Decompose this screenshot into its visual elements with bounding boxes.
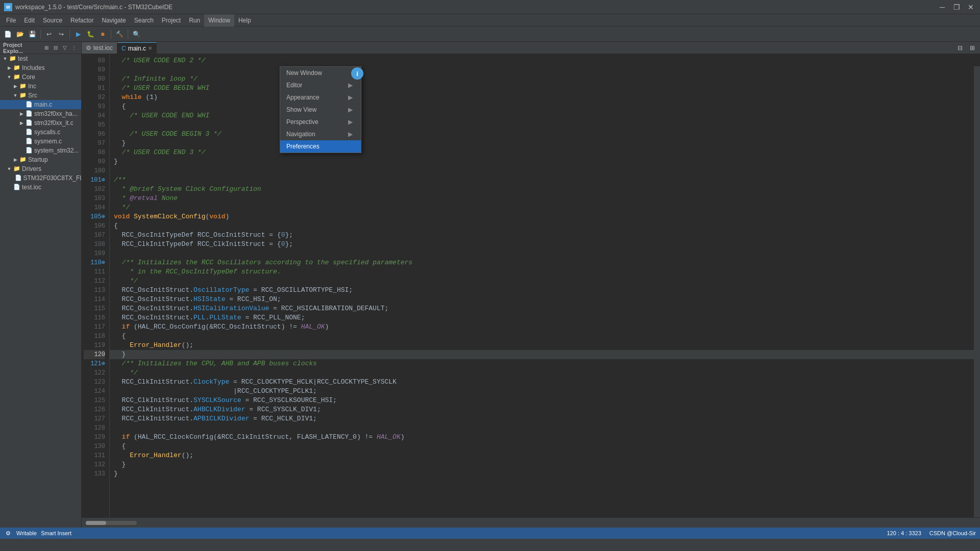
menu-preferences[interactable]: Preferences <box>280 140 361 153</box>
tab-main-c[interactable]: C main.c ✕ <box>117 42 157 54</box>
tree-arrow <box>18 129 24 135</box>
tree-item-label: Inc <box>28 83 36 90</box>
menu-navigate[interactable]: Navigate <box>97 14 130 27</box>
tree-item-test-ioc[interactable]: 📄 test.ioc <box>0 183 81 192</box>
sidebar-menu-icon[interactable]: ⋮ <box>70 44 78 52</box>
editor-area[interactable]: 88 89 90 91 92 93 94 95 96 97 98 99 100 … <box>82 54 980 517</box>
toolbar-sep-2 <box>69 30 70 39</box>
sidebar-filter-icon[interactable]: ▽ <box>61 44 69 52</box>
file-icon: 📄 <box>26 110 33 117</box>
tree-arrow <box>12 175 14 181</box>
tree-item-startup[interactable]: ▶ 📁 Startup <box>0 155 81 164</box>
toolbar-open[interactable]: 📂 <box>14 29 26 40</box>
tree-item-test[interactable]: ▼ 📁 test <box>0 54 81 63</box>
tree-item-includes[interactable]: ▶ 📁 Includes <box>0 63 81 72</box>
menu-file[interactable]: File <box>2 14 20 27</box>
tree-arrow <box>18 102 24 108</box>
tree-item-label: Drivers <box>22 165 41 172</box>
tree-item-src[interactable]: ▼ 📁 Src <box>0 91 81 100</box>
status-gear-icon: ⚙ <box>4 529 12 537</box>
dropdown-overlay[interactable]: i New Window Editor ▶ Appearance ▶ <box>82 54 980 517</box>
toolbar-debug[interactable]: 🐛 <box>85 29 96 40</box>
menu-perspective[interactable]: Perspective ▶ <box>280 116 361 128</box>
tree-item-label: system_stm32... <box>34 147 79 154</box>
tree-item-sysmem[interactable]: 📄 sysmem.c <box>0 137 81 146</box>
minimize-button[interactable]: ─ <box>937 2 947 12</box>
menu-show-view[interactable]: Show View ▶ <box>280 104 361 116</box>
submenu-arrow-icon: ▶ <box>348 82 353 89</box>
menu-run[interactable]: Run <box>185 14 204 27</box>
sidebar-icons: ⊞ ⊟ ▽ ⋮ <box>42 44 78 52</box>
submenu-arrow-icon: ▶ <box>348 118 353 126</box>
menu-project[interactable]: Project <box>158 14 185 27</box>
menu-search[interactable]: Search <box>130 14 158 27</box>
tree-item-label: test <box>18 55 28 62</box>
tab-close-button[interactable]: ✕ <box>148 45 152 51</box>
close-button[interactable]: ✕ <box>966 2 976 12</box>
folder-icon: 📁 <box>19 83 27 90</box>
tree-item-system-stm32[interactable]: 📄 system_stm32... <box>0 146 81 155</box>
menu-help[interactable]: Help <box>234 14 255 27</box>
folder-icon: 📁 <box>13 73 20 81</box>
toolbar-save[interactable]: 💾 <box>27 29 38 40</box>
sidebar: Project Explo... ⊞ ⊟ ▽ ⋮ ▼ 📁 test ▶ 📁 In… <box>0 42 82 528</box>
toolbar-redo[interactable]: ↪ <box>56 29 67 40</box>
file-icon: 📄 <box>26 119 33 127</box>
tab-test-ioc[interactable]: ⚙ test.ioc <box>82 42 117 54</box>
toolbar-new[interactable]: 📄 <box>2 29 13 40</box>
toolbar-stop[interactable]: ■ <box>97 29 108 40</box>
tree-item-syscalls[interactable]: 📄 syscalls.c <box>0 128 81 137</box>
folder-icon: 📁 <box>19 156 27 163</box>
bottom-scrollbar[interactable] <box>82 517 980 528</box>
menu-refactor[interactable]: Refactor <box>66 14 97 27</box>
app-icon: w <box>4 3 12 11</box>
tree-item-main-c[interactable]: 📄 main.c <box>0 100 81 109</box>
sidebar-link-icon[interactable]: ⊟ <box>52 44 60 52</box>
file-icon: 📄 <box>26 147 33 154</box>
tree-item-stm32-hal[interactable]: ▶ 📄 stm32f0xx_ha... <box>0 109 81 118</box>
tree-item-inc[interactable]: ▶ 📁 Inc <box>0 82 81 91</box>
tree-item-label: stm32f0xx_ha... <box>34 110 78 117</box>
toolbar-run[interactable]: ▶ <box>72 29 84 40</box>
tree-arrow: ▼ <box>2 56 8 62</box>
tree-item-drivers[interactable]: ▼ 📁 Drivers <box>0 164 81 173</box>
menu-item-label: Perspective <box>286 118 318 126</box>
tree-arrow: ▶ <box>6 65 12 71</box>
menu-editor[interactable]: Editor ▶ <box>280 79 361 91</box>
tree-item-label: Startup <box>28 156 48 163</box>
menu-window[interactable]: Window <box>204 14 234 27</box>
title-bar: w workspace_1.5.0 - test/Core/Src/main.c… <box>0 0 980 14</box>
menu-source[interactable]: Source <box>39 14 66 27</box>
window-controls: ─ ❐ ✕ <box>937 2 976 12</box>
editor-minimize-icon[interactable]: ⊟ <box>954 42 966 54</box>
menu-appearance[interactable]: Appearance ▶ <box>280 91 361 104</box>
sidebar-header: Project Explo... ⊞ ⊟ ▽ ⋮ <box>0 42 81 54</box>
toolbar-undo[interactable]: ↩ <box>43 29 55 40</box>
folder-icon: 📁 <box>13 165 20 172</box>
toolbar: 📄 📂 💾 ↩ ↪ ▶ 🐛 ■ 🔨 🔍 <box>0 27 980 42</box>
tree-arrow: ▼ <box>12 92 18 98</box>
toolbar-build[interactable]: 🔨 <box>114 29 125 40</box>
tree-item-core[interactable]: ▼ 📁 Core <box>0 72 81 82</box>
tree-item-stm32-flash[interactable]: 📄 STM32F030C8TX_FL... <box>0 173 81 183</box>
tab-icon: ⚙ <box>86 44 91 52</box>
menu-edit[interactable]: Edit <box>20 14 39 27</box>
status-left: ⚙ Writable Smart Insert <box>4 529 71 537</box>
menu-new-window[interactable]: New Window <box>280 67 361 79</box>
editor-maximize-icon[interactable]: ⊞ <box>967 42 978 54</box>
tree-arrow: ▶ <box>18 120 24 126</box>
menu-item-label: Appearance <box>286 94 320 101</box>
tree-item-label: Core <box>22 73 35 81</box>
menu-item-label: New Window <box>286 69 322 77</box>
toolbar-search[interactable]: 🔍 <box>131 29 142 40</box>
tree-item-label: Src <box>28 92 37 99</box>
sidebar-collapse-icon[interactable]: ⊞ <box>42 44 51 52</box>
tree-arrow: ▼ <box>6 74 12 80</box>
restore-button[interactable]: ❐ <box>951 2 962 12</box>
menu-navigation[interactable]: Navigation ▶ <box>280 128 361 140</box>
tree-item-stm32-it[interactable]: ▶ 📄 stm32f0xx_it.c <box>0 118 81 128</box>
window-title: workspace_1.5.0 - test/Core/Src/main.c -… <box>15 4 937 11</box>
tab-icon: C <box>121 45 126 52</box>
status-writable: Writable <box>16 530 37 536</box>
submenu-arrow-icon: ▶ <box>348 131 353 138</box>
